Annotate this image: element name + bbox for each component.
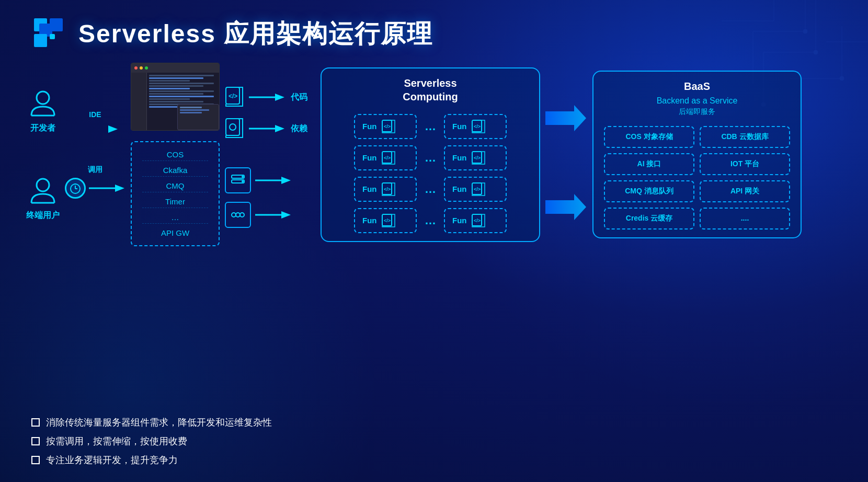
fun-code-icon-3a: </> bbox=[381, 182, 396, 197]
svg-marker-34 bbox=[281, 177, 291, 184]
svg-marker-59 bbox=[545, 194, 586, 220]
svg-marker-41 bbox=[281, 211, 291, 219]
svg-text:</>: </> bbox=[474, 218, 481, 223]
user-column: 开发者 终端用户 bbox=[26, 88, 60, 221]
note-bullet-1 bbox=[31, 418, 40, 427]
svg-point-36 bbox=[236, 213, 240, 217]
page-title: Serverless 应用架构运行原理 bbox=[78, 17, 433, 51]
developer-ide-row: IDE bbox=[72, 110, 119, 136]
svg-marker-58 bbox=[545, 105, 586, 131]
fun-code-icon-2b: </> bbox=[471, 151, 486, 165]
fun-card-1a: Fun </> bbox=[354, 114, 417, 139]
trigger-arrow2 bbox=[255, 208, 292, 222]
note-bullet-3 bbox=[31, 456, 40, 464]
fun-code-icon-1b: </> bbox=[471, 119, 486, 134]
fun-code-icon-4b: </> bbox=[471, 213, 486, 228]
baas-ai: AI 接口 bbox=[604, 153, 694, 175]
invoke-arrow bbox=[89, 181, 125, 196]
baas-iot: IOT 平台 bbox=[700, 153, 790, 175]
dep-label: 依赖 bbox=[291, 123, 307, 134]
dep-arrow bbox=[249, 121, 285, 136]
svg-rect-25 bbox=[226, 119, 239, 135]
svg-point-11 bbox=[37, 179, 49, 191]
baas-api: API 网关 bbox=[700, 180, 790, 202]
baas-subtitle-line2: 后端即服务 bbox=[604, 107, 790, 117]
svg-text:</>: </> bbox=[474, 124, 481, 129]
fun-card-3b: Fun </> bbox=[444, 177, 507, 202]
note-text-3: 专注业务逻辑开发，提升竞争力 bbox=[46, 454, 178, 466]
svg-rect-7 bbox=[50, 18, 63, 31]
baas-cmq: CMQ 消息队列 bbox=[604, 180, 694, 202]
dep-item: 依赖 bbox=[225, 118, 307, 140]
ide-arrow bbox=[72, 122, 119, 136]
svg-text:</>: </> bbox=[384, 187, 391, 192]
fun-row-1: Fun </> … Fun </> bbox=[332, 114, 529, 139]
baas-cdb: CDB 云数据库 bbox=[700, 126, 790, 148]
fun-code-icon-1a: </> bbox=[381, 119, 396, 134]
fun-grid: Fun </> … Fun </> bbox=[332, 114, 529, 233]
svg-text:</>: </> bbox=[229, 93, 237, 100]
fun-dots-4: … bbox=[425, 214, 436, 227]
user-arrows: IDE 调用 bbox=[65, 110, 125, 199]
svg-text:</>: </> bbox=[474, 187, 481, 192]
fun-label-3b: Fun bbox=[452, 185, 467, 193]
fun-label-4b: Fun bbox=[452, 216, 467, 225]
svg-marker-28 bbox=[275, 125, 284, 132]
fun-dots-2: … bbox=[425, 151, 436, 165]
invoke-with-timer bbox=[65, 178, 125, 199]
baas-cos: COS 对象存储 bbox=[604, 126, 694, 148]
trigger-box: COS Ckafka CMQ Timer … API GW bbox=[131, 141, 220, 246]
baas-box: BaaS Backend as a Service 后端即服务 COS 对象存储… bbox=[592, 71, 802, 239]
developer-label: 开发者 bbox=[30, 123, 55, 134]
svg-point-32 bbox=[242, 180, 244, 182]
baas-arrow-bottom bbox=[545, 194, 587, 220]
bottom-notes: 消除传统海量服务器组件需求，降低开发和运维复杂性 按需调用，按需伸缩，按使用收费… bbox=[31, 416, 837, 466]
ide-label: IDE bbox=[89, 110, 101, 119]
svg-text:</>: </> bbox=[384, 124, 391, 129]
svg-point-9 bbox=[37, 91, 49, 104]
invoke-label: 调用 bbox=[88, 165, 102, 175]
baas-more: .... bbox=[700, 208, 790, 229]
fun-code-icon-2a: </> bbox=[381, 151, 396, 165]
fun-row-4: Fun </> … Fun </> bbox=[332, 208, 529, 233]
svg-text:</>: </> bbox=[384, 155, 391, 160]
svg-marker-20 bbox=[115, 185, 124, 192]
fun-card-3a: Fun </> bbox=[354, 177, 417, 202]
code-item: </> 代码 bbox=[225, 86, 307, 108]
baas-subtitle-line1: Backend as a Service bbox=[604, 96, 790, 107]
enduser-label: 终端用户 bbox=[26, 210, 60, 221]
fun-label-2b: Fun bbox=[452, 153, 467, 162]
enduser-entry: 终端用户 bbox=[26, 176, 60, 221]
timer-circle-icon bbox=[65, 178, 86, 199]
trigger-arrow-row2 bbox=[225, 202, 292, 228]
svg-text:</>: </> bbox=[384, 218, 391, 223]
note-text-1: 消除传统海量服务器组件需求，降低开发和运维复杂性 bbox=[46, 416, 272, 429]
fun-label-3a: Fun bbox=[362, 185, 377, 193]
svg-rect-6 bbox=[34, 34, 47, 47]
note-bullet-2 bbox=[31, 437, 40, 445]
note-1: 消除传统海量服务器组件需求，降低开发和运维复杂性 bbox=[31, 416, 837, 429]
fun-row-2: Fun </> … Fun </> bbox=[332, 145, 529, 170]
enduser-icon bbox=[27, 176, 59, 207]
trigger-cmq: CMQ bbox=[142, 180, 208, 192]
fun-card-1b: Fun </> bbox=[444, 114, 507, 139]
svg-marker-24 bbox=[275, 94, 284, 101]
trigger-cos: COS bbox=[142, 148, 208, 161]
code-arrow bbox=[249, 90, 285, 105]
baas-grid: COS 对象存储 CDB 云数据库 AI 接口 IOT 平台 CMQ 消息队列 … bbox=[604, 126, 790, 229]
baas-redis: Credis 云缓存 bbox=[604, 208, 694, 229]
baas-arrow-top bbox=[545, 105, 587, 131]
fun-code-icon-3b: </> bbox=[471, 182, 486, 197]
trigger-arrow-icons bbox=[225, 163, 292, 228]
trigger-arrow-row1 bbox=[225, 167, 292, 193]
code-label: 代码 bbox=[291, 92, 307, 103]
baas-title: BaaS bbox=[604, 79, 790, 93]
fun-code-icon-4a: </> bbox=[381, 213, 396, 228]
enduser-invoke-row: 调用 bbox=[65, 165, 125, 199]
code-file-icon: </> bbox=[225, 86, 244, 108]
header: Serverless 应用架构运行原理 bbox=[0, 0, 868, 68]
chain-icon-box bbox=[225, 202, 251, 228]
server-icon bbox=[230, 173, 246, 188]
svg-rect-8 bbox=[50, 34, 55, 39]
fun-label-2a: Fun bbox=[362, 153, 377, 162]
